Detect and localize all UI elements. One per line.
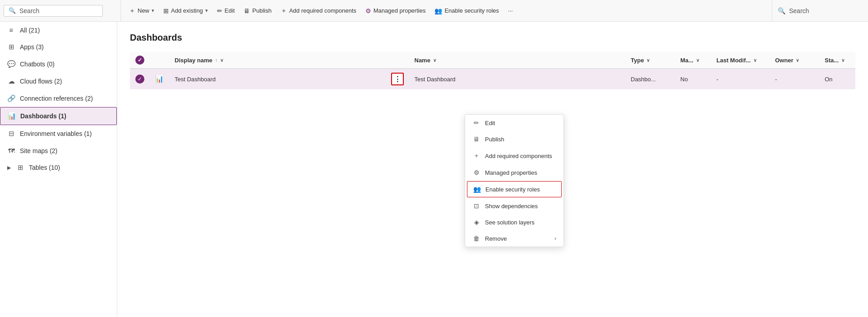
ctx-menu-managed-props[interactable]: ⚙ Managed properties xyxy=(465,164,563,181)
more-button[interactable]: ··· xyxy=(503,0,517,21)
row-status-value: On xyxy=(825,76,832,83)
row-displayname-cell: Test Dashboard xyxy=(169,69,386,89)
managed-filter-icon[interactable]: ∨ xyxy=(696,58,699,63)
sidebar-item-apps[interactable]: ⊞ Apps (3) xyxy=(0,38,117,56)
sidebar-apps-label: Apps (3) xyxy=(20,43,110,51)
modified-col-label: Last Modif... xyxy=(716,57,751,64)
sidebar-search-placeholder: Search xyxy=(19,7,39,14)
sidebar-item-connection-refs[interactable]: 🔗 Connection references (2) xyxy=(0,90,117,107)
publish-button[interactable]: 🖥 Publish xyxy=(239,0,276,21)
add-existing-button[interactable]: ⊞ Add existing ▾ xyxy=(159,0,212,21)
col-header-menu xyxy=(386,52,409,69)
solution-layers-ctx-icon: ◈ xyxy=(472,219,480,226)
row-context-menu-button[interactable]: ⋮ xyxy=(391,73,404,85)
page-title: Dashboards xyxy=(130,33,855,43)
col-header-icon xyxy=(150,52,169,69)
remove-ctx-icon: 🗑 xyxy=(472,235,480,242)
name-filter-icon[interactable]: ∨ xyxy=(433,58,436,63)
row-name-value: Test Dashboard xyxy=(415,76,456,83)
list-icon: ≡ xyxy=(7,26,15,34)
publish-ctx-icon: 🖥 xyxy=(472,135,480,143)
sidebar-all-label: All (21) xyxy=(20,27,110,34)
sidebar-connection-refs-label: Connection references (2) xyxy=(20,95,110,102)
new-label: New xyxy=(138,7,149,14)
row-displayname-value: Test Dashboard xyxy=(175,76,216,83)
owner-filter-icon[interactable]: ∨ xyxy=(796,58,799,63)
table-row[interactable]: ✓ 📊 Test Dashboard ⋮ Test Dashboard xyxy=(130,69,855,89)
dashboards-table: ✓ Display name ↑ ∨ Name ∨ xyxy=(130,52,855,89)
row-modified-value: - xyxy=(716,76,718,83)
owner-col-label: Owner xyxy=(775,57,793,64)
sidebar-item-all[interactable]: ≡ All (21) xyxy=(0,22,117,38)
new-button[interactable]: ＋ New ▾ xyxy=(125,0,159,21)
enable-security-icon: 👥 xyxy=(434,7,442,14)
toolbar-left-section: 🔍 Search xyxy=(4,0,121,21)
row-check-circle[interactable]: ✓ xyxy=(135,75,144,84)
sidebar-item-tables[interactable]: ▶ ⊞ Tables (10) xyxy=(0,159,117,176)
col-header-managed[interactable]: Ma... ∨ xyxy=(675,52,711,69)
add-required-ctx-icon: ＋ xyxy=(472,152,480,160)
sidebar-search-box[interactable]: 🔍 Search xyxy=(4,5,103,17)
ctx-menu-publish[interactable]: 🖥 Publish xyxy=(465,131,563,147)
row-check-cell[interactable]: ✓ xyxy=(130,69,150,89)
sidebar-env-vars-label: Environment variables (1) xyxy=(20,130,110,137)
enable-security-label: Enable security roles xyxy=(444,7,499,14)
col-header-check[interactable]: ✓ xyxy=(130,52,150,69)
sidebar-item-chatbots[interactable]: 💬 Chatbots (0) xyxy=(0,56,117,73)
sidebar-item-env-vars[interactable]: ⊟ Environment variables (1) xyxy=(0,125,117,142)
tables-icon: ⊞ xyxy=(16,163,24,172)
sidebar-dashboards-label: Dashboards (1) xyxy=(20,112,109,120)
ctx-menu-solution-layers[interactable]: ◈ See solution layers xyxy=(465,214,563,230)
toolbar: 🔍 Search ＋ New ▾ ⊞ Add existing ▾ ✏ Edit… xyxy=(0,0,868,22)
content-area: Dashboards ✓ Display name ↑ ∨ xyxy=(117,22,868,317)
managed-col-label: Ma... xyxy=(680,57,693,64)
row-modified-cell: - xyxy=(711,69,770,89)
col-header-owner[interactable]: Owner ∨ xyxy=(770,52,819,69)
ctx-add-required-label: Add required components xyxy=(485,153,552,159)
edit-button[interactable]: ✏ Edit xyxy=(212,0,239,21)
check-all-circle[interactable]: ✓ xyxy=(135,56,144,65)
env-vars-icon: ⊟ xyxy=(7,130,15,138)
managed-properties-button[interactable]: ⚙ Managed properties xyxy=(361,0,430,21)
col-header-status[interactable]: Sta... ∨ xyxy=(819,52,855,69)
type-col-label: Type xyxy=(631,57,644,64)
new-chevron-icon: ▾ xyxy=(152,8,154,14)
toolbar-search-box[interactable]: 🔍 Search xyxy=(778,7,859,14)
col-header-type[interactable]: Type ∨ xyxy=(625,52,675,69)
add-required-button[interactable]: ＋ Add required components xyxy=(276,0,361,21)
ctx-menu-show-dependencies[interactable]: ⊡ Show dependencies xyxy=(465,198,563,214)
row-owner-value: - xyxy=(775,76,777,83)
sidebar-item-site-maps[interactable]: 🗺 Site maps (2) xyxy=(0,142,117,159)
publish-label: Publish xyxy=(252,7,272,14)
expand-icon: ▶ xyxy=(7,165,11,171)
col-header-name[interactable]: Name ∨ xyxy=(409,52,626,69)
sidebar-tables-label: Tables (10) xyxy=(29,164,110,171)
enable-security-button[interactable]: 👥 Enable security roles xyxy=(430,0,503,21)
add-required-label: Add required components xyxy=(289,7,356,14)
toolbar-search-placeholder: Search xyxy=(789,7,809,14)
row-name-cell: Test Dashboard xyxy=(409,69,626,89)
ctx-menu-remove[interactable]: 🗑 Remove › xyxy=(465,230,563,247)
ctx-menu-edit[interactable]: ✏ Edit xyxy=(465,115,563,131)
enable-security-ctx-icon: 👥 xyxy=(473,186,481,193)
ctx-managed-props-label: Managed properties xyxy=(485,169,537,176)
connection-refs-icon: 🔗 xyxy=(7,94,15,103)
sidebar: ≡ All (21) ⊞ Apps (3) 💬 Chatbots (0) ☁ C… xyxy=(0,22,117,317)
name-col-label: Name xyxy=(415,57,430,64)
sidebar-item-cloud-flows[interactable]: ☁ Cloud flows (2) xyxy=(0,73,117,90)
row-icon-cell: 📊 xyxy=(150,69,169,89)
status-col-label: Sta... xyxy=(825,57,839,64)
modified-filter-icon[interactable]: ∨ xyxy=(753,58,757,63)
row-owner-cell: - xyxy=(770,69,819,89)
col-header-modified[interactable]: Last Modif... ∨ xyxy=(711,52,770,69)
type-filter-icon[interactable]: ∨ xyxy=(646,58,650,63)
sidebar-item-dashboards[interactable]: 📊 Dashboards (1) xyxy=(0,107,117,125)
col-header-displayname[interactable]: Display name ↑ ∨ xyxy=(169,52,386,69)
row-menu-cell[interactable]: ⋮ xyxy=(386,69,409,89)
row-type-value: Dashbo... xyxy=(631,76,656,83)
filter-chevron-icon[interactable]: ∨ xyxy=(220,58,223,63)
ctx-menu-enable-security[interactable]: 👥 Enable security roles xyxy=(467,181,562,197)
ctx-menu-add-required[interactable]: ＋ Add required components xyxy=(465,147,563,164)
sidebar-site-maps-label: Site maps (2) xyxy=(20,147,110,154)
status-filter-icon[interactable]: ∨ xyxy=(841,58,845,63)
